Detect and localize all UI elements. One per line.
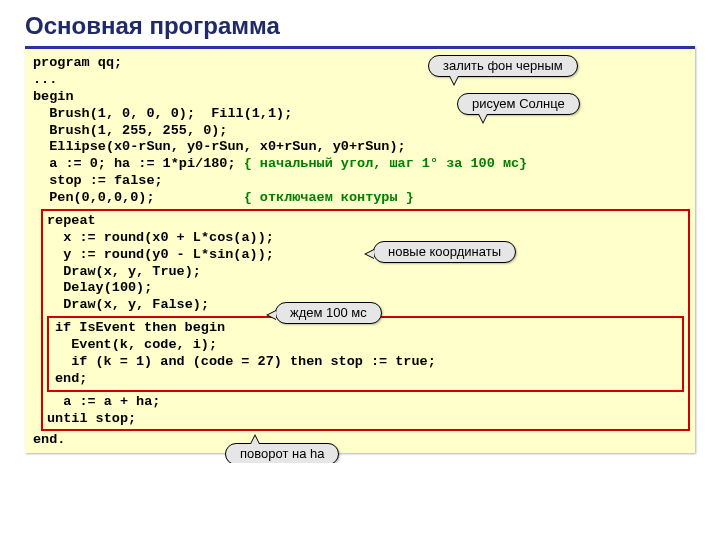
comment: { отключаем контуры } — [244, 190, 414, 205]
code-line: until stop; — [47, 411, 684, 428]
code-line: Draw(x, y, True); — [47, 264, 684, 281]
code-line: x := round(x0 + L*cos(a)); — [47, 230, 684, 247]
code-line: end. — [33, 432, 687, 449]
code-line: stop := false; — [33, 173, 687, 190]
callout-fill-background: залить фон черным — [428, 55, 578, 77]
code-line: Brush(1, 255, 255, 0); — [33, 123, 687, 140]
code-line: Brush(1, 0, 0, 0); Fill(1,1); — [33, 106, 687, 123]
code-line: if (k = 1) and (code = 27) then stop := … — [55, 354, 676, 371]
page-title: Основная программа — [25, 12, 695, 40]
code-panel: program qq; ... begin Brush(1, 0, 0, 0);… — [25, 46, 695, 453]
comment: { начальный угол, шаг 1° за 100 мс} — [244, 156, 528, 171]
code-line: a := 0; ha := 1*pi/180; { начальный угол… — [33, 156, 687, 173]
event-block: if IsEvent then begin Event(k, code, i);… — [47, 316, 684, 392]
code-line: Delay(100); — [47, 280, 684, 297]
code-line: program qq; — [33, 55, 687, 72]
callout-new-coords: новые координаты — [373, 241, 516, 263]
code-line: Event(k, code, i); — [55, 337, 676, 354]
callout-draw-sun: рисуем Солнце — [457, 93, 580, 115]
callout-rotate: поворот на ha — [225, 443, 339, 463]
code-line: ... — [33, 72, 687, 89]
code-line: repeat — [47, 213, 684, 230]
callout-delay: ждем 100 мс — [275, 302, 382, 324]
code-line: begin — [33, 89, 687, 106]
code-line: Pen(0,0,0,0); { отключаем контуры } — [33, 190, 687, 207]
code-line: a := a + ha; — [47, 394, 684, 411]
code-line: Ellipse(x0-rSun, y0-rSun, x0+rSun, y0+rS… — [33, 139, 687, 156]
code-line: end; — [55, 371, 676, 388]
